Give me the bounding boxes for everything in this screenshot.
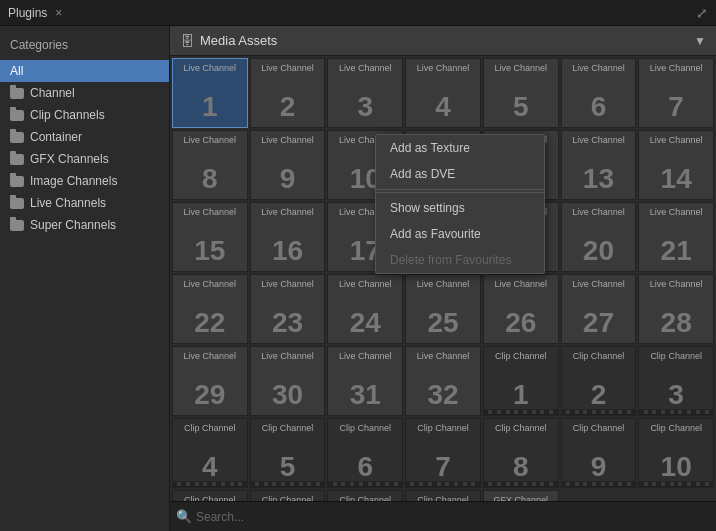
filmstrip-dot [419,482,423,486]
title-bar: Plugins × ⤢ [0,0,716,26]
search-icon: 🔍 [176,509,192,524]
close-button[interactable]: × [53,6,64,20]
context-menu-separator [376,189,544,190]
grid-cell[interactable]: Clip Channel10 [638,418,714,488]
sidebar-item-super-channels[interactable]: Super Channels [0,214,169,236]
grid-cell[interactable]: Live Channel13 [561,130,637,200]
folder-icon [10,176,24,187]
grid-cell[interactable]: Live Channel2 [250,58,326,128]
sidebar-items-list: AllChannelClip ChannelsContainerGFX Chan… [0,60,169,236]
grid-cell[interactable]: Live Channel30 [250,346,326,416]
cell-label: Clip Channel [639,421,713,434]
grid-cell[interactable]: Live Channel4 [405,58,481,128]
cell-number: 14 [661,165,692,199]
dropdown-arrow-icon[interactable]: ▼ [694,34,706,48]
maximize-icon[interactable]: ⤢ [696,5,708,21]
context-menu-item-add-texture[interactable]: Add as Texture [376,135,544,161]
grid-cell[interactable]: GFX Channel1 [483,490,559,501]
filmstrip-dot [221,482,225,486]
grid-cell[interactable]: Live Channel20 [561,202,637,272]
context-menu-item-add-dve[interactable]: Add as DVE [376,161,544,187]
filmstrip-dot [618,482,622,486]
plugins-title: Plugins [8,6,47,20]
grid-cell[interactable]: Live Channel27 [561,274,637,344]
asset-grid: Live Channel1Live Channel2Live Channel3L… [170,56,716,501]
grid-cell[interactable]: Live Channel25 [405,274,481,344]
grid-cell[interactable]: Clip Channel4 [172,418,248,488]
grid-cell[interactable]: Live Channel16 [250,202,326,272]
cell-number: 2 [280,93,296,127]
filmstrip-dot [488,410,492,414]
filmstrip-dot [368,482,372,486]
grid-cell[interactable]: Live Channel3 [327,58,403,128]
cell-number: 22 [194,309,225,343]
grid-cell[interactable]: Live Channel14 [638,130,714,200]
filmstrip-dot [670,482,674,486]
filmstrip-dot [410,482,414,486]
cell-label: Live Channel [251,277,325,290]
cell-number: 25 [427,309,458,343]
cell-label: Clip Channel [328,493,402,501]
grid-cell[interactable]: Live Channel22 [172,274,248,344]
filmstrip [562,409,636,415]
context-menu: Add as TextureAdd as DVEShow settingsAdd… [375,134,545,274]
grid-cell[interactable]: Live Channel7 [638,58,714,128]
grid-cell[interactable]: Clip Channel1 [483,346,559,416]
grid-cell[interactable]: Live Channel8 [172,130,248,200]
grid-cell[interactable]: Live Channel32 [405,346,481,416]
context-menu-item-show-settings[interactable]: Show settings [376,195,544,221]
grid-cell[interactable]: Live Channel29 [172,346,248,416]
sidebar-header: Categories [0,34,169,60]
sidebar-item-clip-channels[interactable]: Clip Channels [0,104,169,126]
grid-cell[interactable]: Live Channel5 [483,58,559,128]
folder-icon [10,110,24,121]
cell-label: Clip Channel [173,421,247,434]
grid-cell[interactable]: Clip Channel8 [483,418,559,488]
grid-cell[interactable]: Clip Channel9 [561,418,637,488]
filmstrip-dot [523,482,527,486]
grid-cell[interactable]: Live Channel9 [250,130,326,200]
filmstrip [173,481,247,487]
cell-number: 24 [350,309,381,343]
grid-cell[interactable]: Live Channel15 [172,202,248,272]
grid-cell[interactable]: Live Channel23 [250,274,326,344]
grid-cell[interactable]: Clip Channel7 [405,418,481,488]
folder-icon [10,220,24,231]
cell-label: Live Channel [639,133,713,146]
filmstrip-dot [333,482,337,486]
grid-cell[interactable]: Live Channel28 [638,274,714,344]
sidebar-item-all[interactable]: All [0,60,169,82]
grid-cell[interactable]: Clip Channel6 [327,418,403,488]
sidebar-item-image-channels[interactable]: Image Channels [0,170,169,192]
filmstrip-dot [601,410,605,414]
grid-cell[interactable]: Live Channel6 [561,58,637,128]
search-bar: 🔍 [170,501,716,531]
filmstrip-dot [627,410,631,414]
sidebar-label-clip-channels: Clip Channels [30,108,105,122]
grid-cell[interactable]: Clip Channel12 [250,490,326,501]
sidebar-item-gfx-channels[interactable]: GFX Channels [0,148,169,170]
sidebar-item-container[interactable]: Container [0,126,169,148]
grid-cell[interactable]: Clip Channel11 [172,490,248,501]
grid-cell[interactable]: Clip Channel3 [638,346,714,416]
grid-cell[interactable]: Live Channel31 [327,346,403,416]
grid-cell[interactable]: Clip Channel2 [561,346,637,416]
grid-cell[interactable]: Live Channel1 [172,58,248,128]
grid-cell[interactable]: Clip Channel14 [405,490,481,501]
context-menu-item-add-favourite[interactable]: Add as Favourite [376,221,544,247]
grid-cell[interactable]: Live Channel26 [483,274,559,344]
cell-number: 6 [591,93,607,127]
grid-cell[interactable]: Live Channel24 [327,274,403,344]
search-input[interactable] [196,510,710,524]
folder-icon [10,154,24,165]
filmstrip-dot [592,410,596,414]
grid-cell[interactable]: Live Channel21 [638,202,714,272]
grid-cell[interactable]: Clip Channel13 [327,490,403,501]
cell-number: 9 [280,165,296,199]
cell-number: 32 [427,381,458,415]
sidebar-item-live-channels[interactable]: Live Channels [0,192,169,214]
sidebar-item-channel[interactable]: Channel [0,82,169,104]
filmstrip-dot [454,482,458,486]
cell-label: Live Channel [328,61,402,74]
grid-cell[interactable]: Clip Channel5 [250,418,326,488]
